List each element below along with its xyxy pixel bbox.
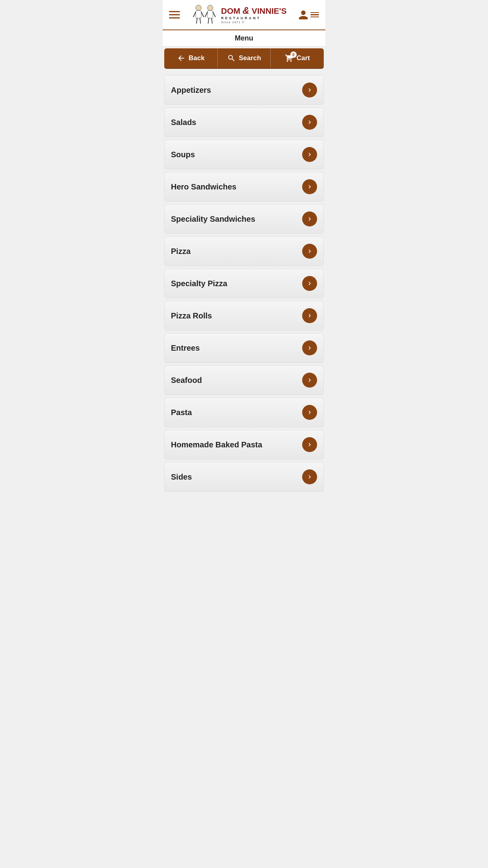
- search-icon: [227, 54, 236, 63]
- menu-category-item[interactable]: Pasta: [164, 397, 324, 427]
- svg-line-11: [212, 18, 213, 23]
- chevron-right-icon: [302, 244, 317, 259]
- logo-name-line1: DOM & VINNIE'S: [221, 6, 286, 16]
- chevron-right-icon: [302, 83, 317, 97]
- menu-item-label: Specialty Pizza: [171, 279, 227, 288]
- menu-item-label: Entrees: [171, 344, 200, 353]
- svg-line-9: [213, 12, 215, 17]
- svg-line-2: [194, 12, 196, 17]
- header-right: [298, 9, 319, 20]
- cart-count-badge: 0: [290, 51, 297, 58]
- chevron-right-icon: [302, 211, 317, 226]
- menu-item-label: Salads: [171, 118, 196, 127]
- menu-category-list: Appetizers Salads Soups Hero Sandwiche: [163, 75, 325, 492]
- svg-point-0: [196, 5, 202, 11]
- menu-category-item[interactable]: Soups: [164, 140, 324, 169]
- cart-label: Cart: [297, 54, 310, 62]
- user-icon: [298, 9, 309, 20]
- menu-category-item[interactable]: Hero Sandwiches: [164, 172, 324, 202]
- menu-category-item[interactable]: Appetizers: [164, 75, 324, 105]
- menu-category-item[interactable]: Specialty Pizza: [164, 268, 324, 298]
- menu-item-label: Pizza Rolls: [171, 311, 212, 320]
- page-title-bar: Menu: [163, 30, 325, 47]
- chevron-right-icon: [302, 469, 317, 484]
- menu-item-label: Appetizers: [171, 86, 211, 95]
- logo-area: DOM & VINNIE'S RESTAURANT Since 1971 ©: [180, 4, 298, 26]
- menu-category-item[interactable]: Entrees: [164, 333, 324, 363]
- chevron-right-icon: [302, 405, 317, 420]
- search-label: Search: [239, 54, 261, 62]
- logo-text: DOM & VINNIE'S RESTAURANT Since 1971 ©: [221, 6, 286, 24]
- svg-rect-7: [207, 11, 213, 18]
- chevron-right-icon: [302, 115, 317, 130]
- menu-item-label: Pizza: [171, 247, 191, 256]
- logo-graphic: DOM & VINNIE'S RESTAURANT Since 1971 ©: [191, 4, 286, 26]
- cart-button[interactable]: 0 Cart: [270, 48, 324, 68]
- chevron-right-icon: [302, 340, 317, 355]
- logo-since: Since 1971 ©: [221, 20, 244, 24]
- header-left: [169, 11, 180, 18]
- svg-line-5: [200, 18, 201, 23]
- chevron-right-icon: [302, 276, 317, 291]
- back-label: Back: [189, 54, 205, 62]
- user-profile-button[interactable]: [298, 9, 319, 20]
- menu-item-label: Seafood: [171, 376, 202, 385]
- cart-icon-area: 0: [285, 54, 294, 63]
- menu-category-item[interactable]: Pizza Rolls: [164, 301, 324, 331]
- action-bar: Back Search 0 Cart: [164, 48, 324, 69]
- menu-category-item[interactable]: Pizza: [164, 236, 324, 266]
- svg-line-3: [202, 12, 204, 17]
- svg-line-10: [208, 18, 209, 23]
- menu-category-item[interactable]: Sides: [164, 462, 324, 492]
- menu-item-label: Soups: [171, 150, 195, 159]
- back-arrow-icon: [177, 54, 185, 63]
- app-header: DOM & VINNIE'S RESTAURANT Since 1971 ©: [163, 0, 325, 30]
- menu-lines-icon: [310, 12, 319, 18]
- chevron-right-icon: [302, 308, 317, 323]
- menu-category-item[interactable]: Seafood: [164, 365, 324, 395]
- menu-category-item[interactable]: Salads: [164, 107, 324, 137]
- menu-item-label: Sides: [171, 473, 192, 482]
- svg-point-6: [207, 5, 213, 11]
- logo-subtitle: RESTAURANT: [221, 16, 261, 20]
- chevron-right-icon: [302, 147, 317, 162]
- svg-rect-1: [196, 11, 202, 18]
- svg-line-4: [196, 18, 197, 23]
- hamburger-menu-icon[interactable]: [169, 11, 180, 18]
- chevron-right-icon: [302, 179, 317, 194]
- search-button[interactable]: Search: [217, 48, 271, 68]
- page-title: Menu: [235, 34, 253, 42]
- logo-figures-icon: [191, 4, 218, 26]
- menu-category-item[interactable]: Homemade Baked Pasta: [164, 430, 324, 460]
- menu-item-label: Pasta: [171, 408, 192, 417]
- svg-line-8: [205, 12, 207, 17]
- menu-item-label: Speciality Sandwiches: [171, 215, 255, 224]
- menu-category-item[interactable]: Speciality Sandwiches: [164, 204, 324, 234]
- menu-item-label: Hero Sandwiches: [171, 182, 237, 191]
- back-button[interactable]: Back: [164, 48, 217, 68]
- chevron-right-icon: [302, 437, 317, 452]
- menu-item-label: Homemade Baked Pasta: [171, 440, 262, 449]
- chevron-right-icon: [302, 373, 317, 388]
